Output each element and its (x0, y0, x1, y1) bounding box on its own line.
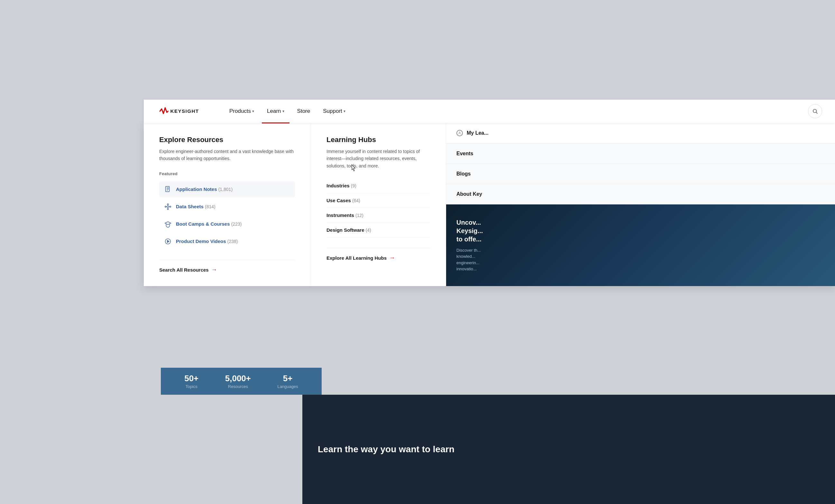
right-sidebar: My Lea... Events Blogs About Key Uncov..… (446, 123, 835, 286)
svg-marker-14 (167, 240, 169, 243)
bottom-section-title: Learn the way you want to learn (318, 444, 454, 455)
nav-items: Products ▾ Learn ▾ Store Support ▾ (224, 105, 808, 117)
promo-title: Uncov...Keysig...to offe... (456, 218, 825, 243)
sidebar-item-events[interactable]: Events (446, 144, 835, 164)
logo[interactable]: KEYSIGHT (157, 105, 205, 117)
promo-description: Discover th...knowled...engineerin...inn… (456, 247, 825, 272)
learning-hubs-footer: Explore All Learning Hubs → (326, 248, 430, 261)
promo-card[interactable]: Uncov...Keysig...to offe... Discover th.… (446, 205, 835, 286)
nav-products[interactable]: Products ▾ (224, 105, 259, 117)
explore-resources-title: Explore Resources (159, 135, 295, 144)
nav-learn[interactable]: Learn ▾ (262, 105, 289, 117)
boot-camps-label: Boot Camps & Courses (223) (176, 221, 242, 227)
learning-hubs-title: Learning Hubs (326, 135, 430, 144)
nav-support[interactable]: Support ▾ (318, 105, 351, 117)
learning-hubs-description: Immerse yourself in content related to t… (326, 148, 430, 169)
explore-resources-footer: Search All Resources → (159, 260, 295, 273)
sidebar-item-blogs[interactable]: Blogs (446, 164, 835, 184)
learn-dropdown: Explore Resources Explore engineer-autho… (144, 123, 835, 286)
featured-label: Featured (159, 171, 295, 176)
hub-industries[interactable]: Industries (9) (326, 178, 430, 193)
stat-topics: 50+ Topics (184, 374, 199, 389)
svg-text:KEYSIGHT: KEYSIGHT (170, 108, 199, 114)
chevron-down-icon: ▾ (344, 109, 345, 113)
svg-line-2 (816, 112, 817, 113)
nav-store[interactable]: Store (292, 105, 315, 117)
play-circle-icon (164, 238, 171, 245)
explore-all-learning-hubs-link[interactable]: Explore All Learning Hubs → (326, 255, 395, 261)
user-icon (456, 130, 463, 136)
svg-point-5 (165, 206, 166, 207)
hub-instruments[interactable]: Instruments (12) (326, 208, 430, 223)
hub-use-cases[interactable]: Use Cases (64) (326, 193, 430, 208)
arrow-right-icon: → (389, 255, 395, 261)
hub-design-software[interactable]: Design Software (4) (326, 223, 430, 237)
sidebar-item-my-learning[interactable]: My Lea... (446, 123, 835, 144)
search-all-resources-link[interactable]: Search All Resources → (159, 267, 217, 273)
chevron-down-icon: ▾ (282, 109, 284, 113)
resource-item-data-sheets[interactable]: Data Sheets (814) (159, 198, 295, 215)
svg-point-7 (167, 204, 168, 205)
stats-bar: 50+ Topics 5,000+ Resources 5+ Languages (161, 368, 322, 395)
resource-item-boot-camps[interactable]: Boot Camps & Courses (223) (159, 216, 295, 232)
svg-point-6 (170, 206, 171, 207)
promo-content: Uncov...Keysig...to offe... Discover th.… (456, 218, 825, 272)
document-icon (164, 186, 171, 193)
arrow-right-icon: → (211, 267, 217, 273)
search-button[interactable] (808, 104, 822, 118)
svg-point-1 (813, 109, 817, 113)
explore-resources-description: Explore engineer-authored content and a … (159, 148, 295, 162)
svg-point-8 (167, 208, 168, 210)
stat-resources: 5,000+ Resources (225, 374, 251, 389)
learning-hubs-panel: Learning Hubs Immerse yourself in conten… (311, 123, 446, 286)
stat-languages: 5+ Languages (277, 374, 298, 389)
app-notes-label: Application Notes (1,801) (176, 186, 232, 192)
demo-videos-label: Product Demo Videos (238) (176, 238, 238, 244)
grid-icon (164, 203, 171, 210)
resource-item-app-notes[interactable]: Application Notes (1,801) (159, 181, 295, 197)
data-sheets-label: Data Sheets (814) (176, 204, 216, 209)
navbar: KEYSIGHT Products ▾ Learn ▾ Store Suppor… (144, 100, 835, 123)
svg-point-4 (167, 206, 169, 208)
explore-resources-panel: Explore Resources Explore engineer-autho… (144, 123, 311, 286)
chevron-down-icon: ▾ (252, 109, 254, 113)
graduation-icon (164, 220, 171, 228)
resource-item-demo-videos[interactable]: Product Demo Videos (238) (159, 233, 295, 249)
svg-point-15 (459, 132, 460, 133)
bottom-section: Learn the way you want to learn (302, 395, 835, 504)
sidebar-item-about-key[interactable]: About Key (446, 184, 835, 205)
